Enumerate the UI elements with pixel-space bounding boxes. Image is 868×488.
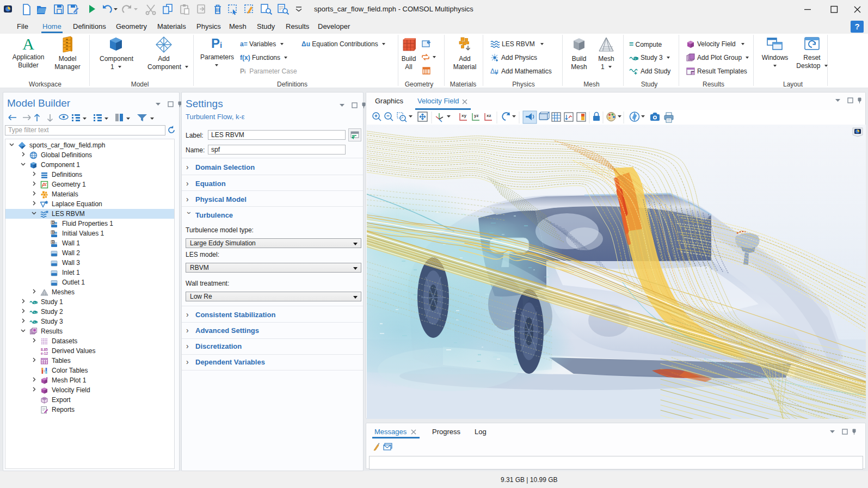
svg-text:e-12: e-12 (41, 351, 48, 355)
svg-text:xz: xz (487, 113, 491, 118)
svg-text:Δu: Δu (490, 67, 498, 75)
svg-text:8.85: 8.85 (41, 348, 48, 351)
svg-text:D: D (52, 220, 54, 224)
svg-text:D: D (52, 230, 54, 234)
svg-text:xy: xy (461, 113, 466, 118)
svg-text:yz: yz (474, 113, 478, 118)
svg-text:D: D (52, 240, 54, 244)
